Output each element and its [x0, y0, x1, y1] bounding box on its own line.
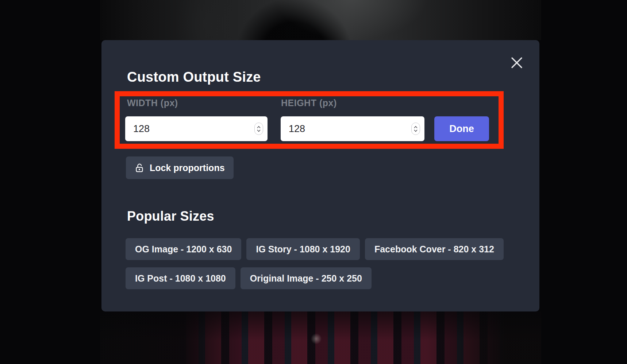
- popular-sizes-row-1: OG Image - 1200 x 630IG Story - 1080 x 1…: [126, 238, 504, 260]
- chevron-up-icon: [257, 126, 261, 128]
- app-stage: Custom Output Size WIDTH (px) HEIGHT (px…: [0, 0, 627, 364]
- width-input[interactable]: [125, 116, 268, 141]
- size-preset-button[interactable]: IG Post - 1080 x 1080: [126, 267, 235, 289]
- lock-proportions-label: Lock proportions: [150, 163, 225, 173]
- done-button[interactable]: Done: [434, 116, 489, 141]
- close-button[interactable]: [507, 53, 526, 72]
- chevron-down-icon: [414, 129, 418, 132]
- chevron-down-icon: [257, 129, 261, 132]
- width-field-label: WIDTH (px): [127, 98, 178, 108]
- dialog-title: Custom Output Size: [127, 69, 261, 85]
- chevron-up-icon: [414, 126, 418, 128]
- size-preset-button[interactable]: Facebook Cover - 820 x 312: [365, 238, 504, 260]
- width-field-wrap: [125, 116, 268, 141]
- background-photo-top: [100, 0, 541, 40]
- size-preset-button[interactable]: IG Story - 1080 x 1920: [246, 238, 359, 260]
- height-stepper[interactable]: [411, 123, 420, 135]
- width-stepper[interactable]: [254, 123, 263, 135]
- height-field-wrap: [281, 116, 424, 141]
- lock-proportions-button[interactable]: Lock proportions: [126, 156, 234, 179]
- popular-sizes-heading: Popular Sizes: [127, 209, 214, 224]
- height-field-label: HEIGHT (px): [281, 98, 337, 108]
- size-preset-button[interactable]: Original Image - 250 x 250: [241, 267, 372, 289]
- background-photo-bottom: [100, 311, 541, 364]
- close-icon: [510, 56, 523, 69]
- popular-sizes-row-2: IG Post - 1080 x 1080Original Image - 25…: [126, 267, 372, 289]
- unlock-icon: [135, 163, 145, 173]
- custom-output-size-dialog: Custom Output Size WIDTH (px) HEIGHT (px…: [101, 40, 539, 311]
- size-preset-button[interactable]: OG Image - 1200 x 630: [126, 238, 241, 260]
- height-input[interactable]: [281, 116, 424, 141]
